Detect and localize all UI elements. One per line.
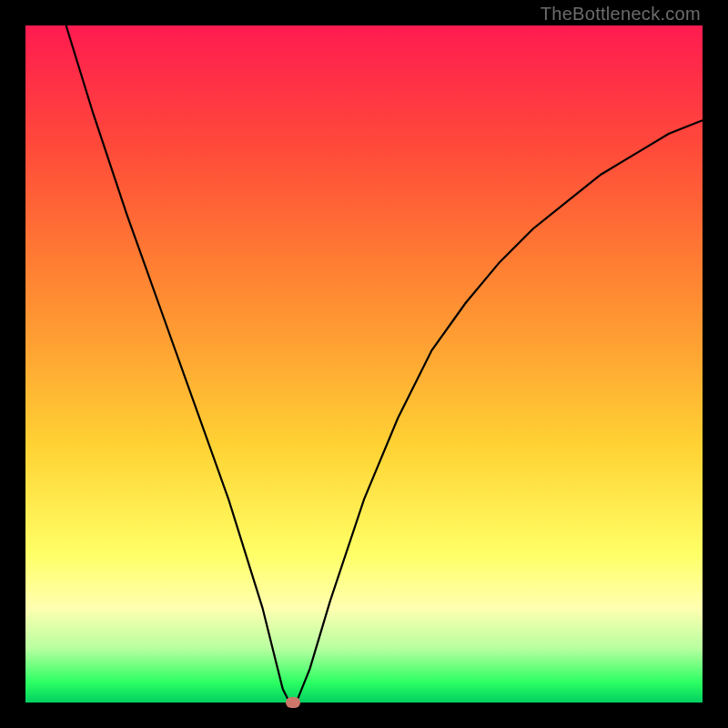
plot-area bbox=[25, 25, 703, 703]
bottleneck-curve bbox=[25, 25, 703, 703]
optimal-point-marker bbox=[286, 697, 300, 708]
chart-frame: TheBottleneck.com bbox=[0, 0, 728, 728]
watermark-text: TheBottleneck.com bbox=[541, 4, 701, 25]
